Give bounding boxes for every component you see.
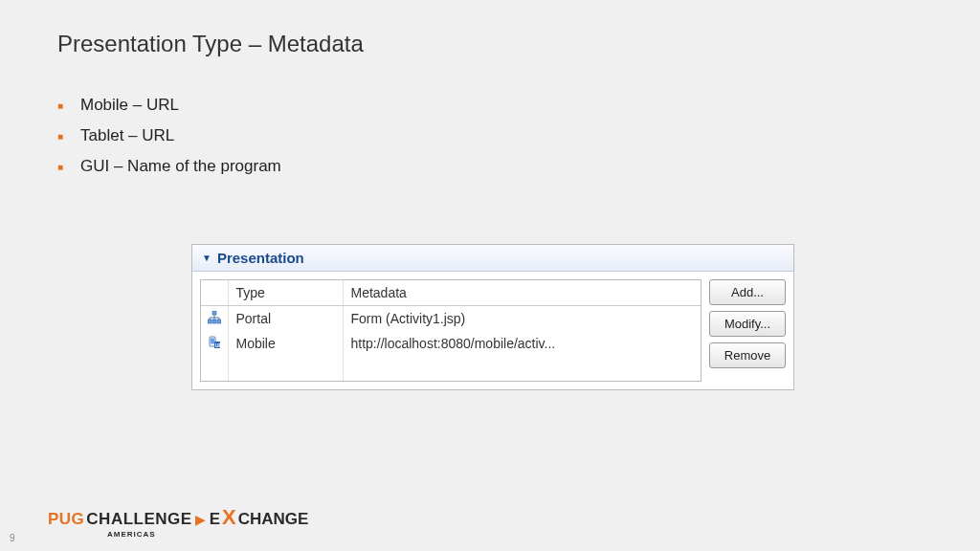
svg-text:UE: UE: [215, 342, 221, 348]
bullet-item: GUI – Name of the program: [57, 157, 281, 176]
add-button[interactable]: Add...: [709, 279, 786, 305]
mobile-icon: UE: [208, 336, 221, 349]
logo-subtitle: AMERICAS: [107, 530, 156, 539]
logo-text: E: [210, 510, 220, 529]
table-row[interactable]: Portal Form (Activity1.jsp): [201, 306, 701, 332]
bullet-list: Mobile – URL Tablet – URL GUI – Name of …: [57, 96, 281, 187]
column-header-type[interactable]: Type: [228, 280, 343, 306]
slide-title: Presentation Type – Metadata: [57, 31, 364, 57]
logo-text: CHANGE: [238, 510, 309, 529]
svg-rect-0: [212, 311, 216, 315]
footer-logo: PUG CHALLENGE ▶ E X CHANGE: [48, 505, 308, 530]
row-icon-cell: [201, 306, 228, 332]
bullet-item: Tablet – URL: [57, 126, 281, 145]
logo-text: PUG: [48, 510, 84, 529]
row-metadata-cell: [343, 356, 701, 381]
logo-text: CHALLENGE: [86, 510, 191, 529]
panel-title: Presentation: [217, 250, 304, 266]
presentation-panel: ▼ Presentation Type Metadata: [191, 244, 794, 390]
button-column: Add... Modify... Remove: [709, 279, 786, 382]
row-icon-cell: UE: [201, 331, 228, 356]
bullet-item: Mobile – URL: [57, 96, 281, 115]
row-type-cell: Mobile: [228, 331, 343, 356]
row-type-cell: Portal: [228, 306, 343, 332]
modify-button[interactable]: Modify...: [709, 311, 786, 337]
table-row[interactable]: [201, 356, 701, 381]
column-header-icon[interactable]: [201, 280, 228, 306]
row-icon-cell: [201, 356, 228, 381]
presentation-grid[interactable]: Type Metadata: [200, 279, 702, 382]
svg-rect-10: [211, 338, 214, 343]
slide-number: 9: [10, 533, 15, 543]
logo-text: X: [222, 505, 236, 530]
collapse-toggle-icon[interactable]: ▼: [202, 253, 212, 263]
row-type-cell: [228, 356, 343, 381]
remove-button[interactable]: Remove: [709, 342, 786, 368]
panel-header[interactable]: ▼ Presentation: [192, 245, 793, 272]
arrow-icon: ▶: [195, 512, 206, 527]
svg-rect-2: [212, 320, 216, 323]
row-metadata-cell: Form (Activity1.jsp): [343, 306, 701, 332]
svg-rect-3: [217, 320, 221, 323]
svg-rect-1: [208, 320, 212, 323]
portal-icon: [208, 311, 221, 324]
column-header-metadata[interactable]: Metadata: [343, 280, 701, 306]
table-row[interactable]: UE Mobile http://localhost:8080/mobile/a…: [201, 331, 701, 356]
row-metadata-cell: http://localhost:8080/mobile/activ...: [343, 331, 701, 356]
